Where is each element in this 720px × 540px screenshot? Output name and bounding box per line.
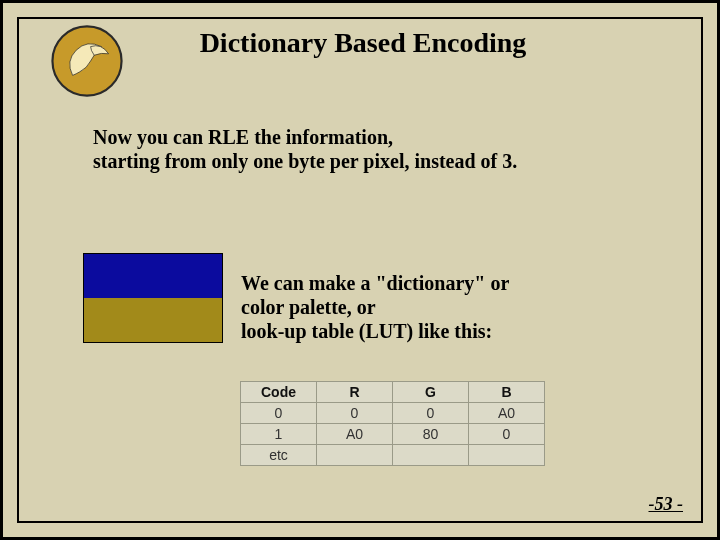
col-code: Code: [241, 382, 317, 403]
col-b: B: [469, 382, 545, 403]
cell: [393, 445, 469, 466]
cell: 0: [317, 403, 393, 424]
cell: A0: [469, 403, 545, 424]
cell: 80: [393, 424, 469, 445]
col-r: R: [317, 382, 393, 403]
table-header-row: Code R G B: [241, 382, 545, 403]
cell: A0: [317, 424, 393, 445]
cell: [469, 445, 545, 466]
color-swatch: [83, 253, 223, 343]
slide-frame: Dictionary Based Encoding Now you can RL…: [0, 0, 720, 540]
paragraph-rle: Now you can RLE the information,starting…: [93, 125, 633, 173]
paragraph-dictionary: We can make a "dictionary" orcolor palet…: [241, 271, 641, 343]
cell: etc: [241, 445, 317, 466]
table-row: 0 0 0 A0: [241, 403, 545, 424]
cell: [317, 445, 393, 466]
col-g: G: [393, 382, 469, 403]
cell: 1: [241, 424, 317, 445]
slide-title: Dictionary Based Encoding: [3, 27, 720, 59]
cell: 0: [241, 403, 317, 424]
page-number: -53 -: [649, 494, 684, 515]
swatch-olive: [84, 298, 222, 342]
cell: 0: [469, 424, 545, 445]
table-row: etc: [241, 445, 545, 466]
swatch-blue: [84, 254, 222, 298]
cell: 0: [393, 403, 469, 424]
lut-table: Code R G B 0 0 0 A0 1 A0 80 0 etc: [240, 381, 545, 466]
table-row: 1 A0 80 0: [241, 424, 545, 445]
